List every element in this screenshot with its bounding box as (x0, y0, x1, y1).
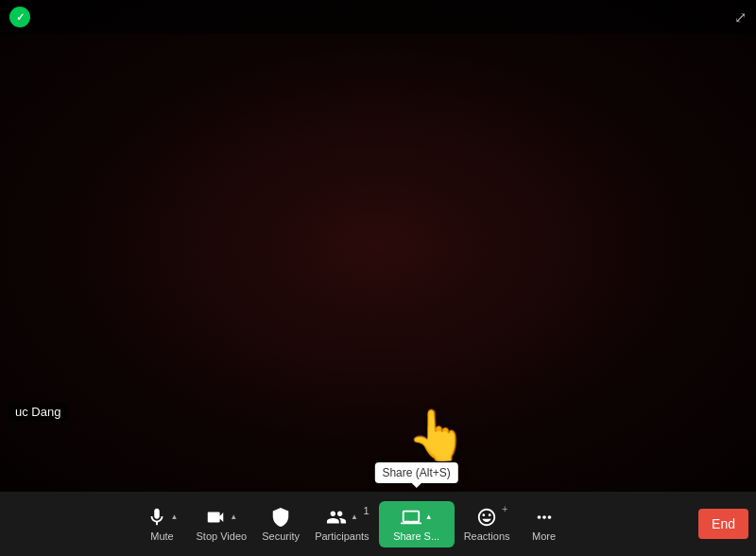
participants-icon (326, 507, 347, 528)
mute-icon-area: ▲ (146, 507, 179, 528)
more-icon-area (534, 507, 555, 528)
camera-icon (205, 507, 226, 528)
more-button[interactable]: More (520, 503, 569, 546)
toolbar-center: ▲ Mute ▲ Stop Video Security (8, 501, 698, 547)
cursor-hand-icon: 👆 (406, 407, 468, 464)
reactions-label: Reactions (464, 530, 510, 542)
shield-icon (270, 507, 291, 528)
zoom-logo: ✓ (9, 7, 30, 27)
participants-chevron[interactable]: ▲ (351, 513, 358, 521)
security-button[interactable]: Security (256, 503, 305, 546)
emoji-icon (476, 507, 497, 528)
security-label: Security (262, 530, 300, 542)
video-area: ✓ ⤢ uc Dang 👆 (0, 0, 756, 492)
participants-button[interactable]: 1 ▲ Participants (309, 503, 374, 546)
end-button[interactable]: End (698, 509, 748, 539)
toolbar: ▲ Mute ▲ Stop Video Security (0, 492, 756, 556)
top-bar: ✓ ⤢ (0, 0, 756, 34)
share-screen-label: Share S... (393, 530, 439, 542)
share-screen-icon-area: ▲ (401, 507, 433, 528)
mute-label: Mute (150, 530, 173, 542)
share-screen-icon (401, 507, 421, 528)
reactions-plus: + (502, 503, 507, 514)
share-screen-button[interactable]: ▲ Share S... (379, 501, 455, 547)
reactions-icon-area: + (476, 507, 497, 528)
participants-count: 1 (364, 505, 369, 516)
stop-video-label: Stop Video (197, 530, 248, 542)
more-label: More (532, 530, 556, 542)
microphone-icon (146, 507, 167, 528)
share-screen-wrapper: Share (Alt+S) ▲ Share S... (379, 501, 455, 547)
security-icon-area (270, 507, 291, 528)
expand-button[interactable]: ⤢ (734, 9, 747, 26)
participants-icon-area: 1 ▲ (326, 507, 358, 528)
stop-video-icon-area: ▲ (205, 507, 237, 528)
participant-name-tag: uc Dang (8, 403, 68, 421)
mute-button[interactable]: ▲ Mute (138, 503, 187, 546)
more-dots-icon (534, 507, 555, 528)
reactions-button[interactable]: + Reactions (458, 503, 516, 546)
video-chevron[interactable]: ▲ (230, 513, 237, 521)
mute-chevron[interactable]: ▲ (171, 513, 179, 521)
participants-label: Participants (315, 530, 369, 542)
stop-video-button[interactable]: ▲ Stop Video (191, 503, 253, 546)
share-chevron[interactable]: ▲ (425, 513, 433, 521)
toolbar-right: End (698, 509, 748, 539)
